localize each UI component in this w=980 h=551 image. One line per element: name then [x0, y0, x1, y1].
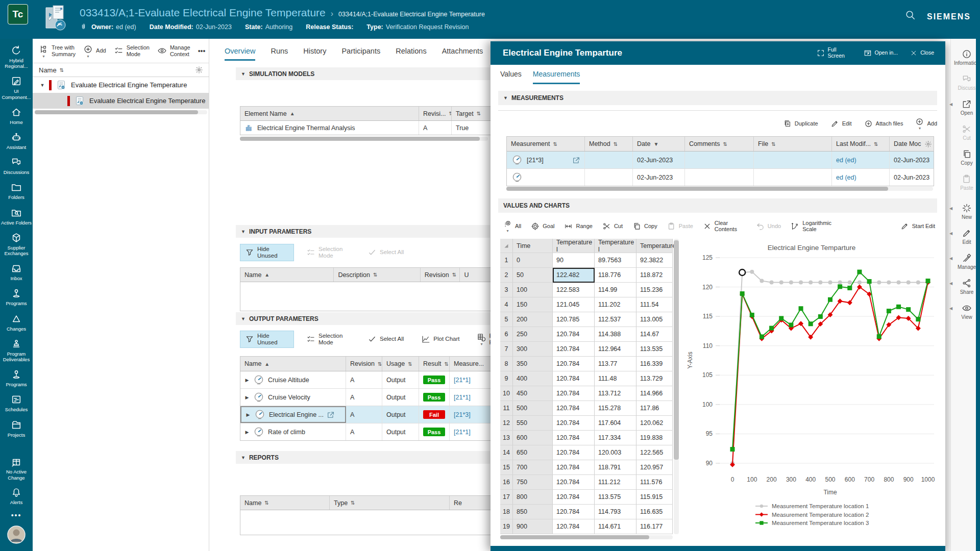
clear-contents-button[interactable]: Clear Contents: [703, 220, 746, 233]
grid-cell[interactable]: 250: [513, 327, 553, 342]
column-header-type[interactable]: Type⇅: [330, 496, 450, 510]
grid-cell[interactable]: 550: [513, 416, 553, 431]
grid-cell[interactable]: 114.966: [636, 386, 673, 401]
range-button[interactable]: Range: [564, 222, 592, 231]
column-header-name[interactable]: Name▲: [240, 268, 334, 282]
sort-icon[interactable]: ⇅: [477, 111, 481, 116]
grid-cell[interactable]: 114.793: [595, 505, 636, 519]
tree-row[interactable]: Evaluate Electrical Engine Temperature: [33, 93, 209, 109]
row-number[interactable]: 12: [500, 416, 513, 431]
sidebar-item-discussions[interactable]: Discussions: [1, 157, 32, 175]
section-collapse-icon[interactable]: ▼: [241, 229, 246, 234]
sim-table-horizontal-scrollbar[interactable]: [240, 137, 488, 141]
copy-button[interactable]: Copy: [632, 222, 657, 231]
column-header-file[interactable]: File⇅: [754, 137, 832, 151]
grid-cell[interactable]: 600: [513, 431, 553, 445]
grid-cell[interactable]: 122.565: [636, 445, 673, 460]
row-number[interactable]: 8: [500, 357, 513, 371]
grid-cell[interactable]: 100: [513, 283, 553, 297]
grid-cell[interactable]: 750: [513, 475, 553, 490]
gear-icon[interactable]: [924, 140, 932, 148]
expand-caret-icon[interactable]: ▶: [244, 378, 250, 383]
grid-cell[interactable]: 116.339: [636, 357, 673, 371]
grid-vertical-scrollbar[interactable]: [674, 239, 679, 534]
column-header-result[interactable]: Result⇅: [419, 357, 450, 371]
sort-icon[interactable]: ⇅: [444, 361, 448, 367]
grid-cell[interactable]: 120.957: [636, 460, 673, 475]
grid-column-temperature-l[interactable]: Temperature l: [553, 239, 595, 253]
grid-cell[interactable]: 350: [513, 357, 553, 371]
sidebar-item-programs[interactable]: Programs: [1, 288, 32, 306]
tree-overflow-button[interactable]: •••: [198, 47, 206, 55]
tab-values[interactable]: Values: [500, 70, 522, 84]
sort-icon[interactable]: ⇅: [351, 500, 355, 506]
sidebar-item-assistant[interactable]: Assistant: [1, 132, 32, 150]
user-link[interactable]: ed (ed): [836, 157, 856, 164]
row-number[interactable]: 14: [500, 445, 513, 460]
row-number[interactable]: 16: [500, 475, 513, 490]
hide-unused-button[interactable]: Hide Unused: [240, 244, 294, 261]
user-link[interactable]: ed (ed): [836, 174, 856, 181]
table-row-cruise-altitude[interactable]: ▶ Cruise Altitude A Output Pass [21*1]: [240, 371, 515, 389]
all-button[interactable]: ▾All: [503, 220, 521, 232]
grid-cell[interactable]: 650: [513, 445, 553, 460]
edit-button[interactable]: Edit: [830, 119, 852, 128]
meta-value[interactable]: ed (ed): [116, 23, 136, 31]
grid-cell[interactable]: 120.784: [553, 505, 595, 519]
grid-cell[interactable]: 120.003: [595, 445, 636, 460]
row-number[interactable]: 10: [500, 386, 513, 401]
open-in-icon[interactable]: [572, 156, 580, 164]
sidebar-item-active-folders[interactable]: Active Folders: [1, 207, 32, 226]
row-number[interactable]: 1: [500, 253, 513, 268]
grid-cell[interactable]: 118.776: [595, 268, 636, 283]
sort-icon[interactable]: ⇅: [378, 361, 382, 367]
grid-cell[interactable]: 114.99: [595, 283, 636, 297]
cut-button[interactable]: Cut: [602, 222, 623, 231]
grid-cell[interactable]: 111.48: [595, 371, 636, 386]
row-number[interactable]: 19: [500, 519, 513, 534]
grid-cell[interactable]: 89.7563: [595, 253, 636, 268]
grid-cell[interactable]: 300: [513, 342, 553, 357]
grid-cell[interactable]: 115.236: [636, 283, 673, 297]
grid-horizontal-scrollbar[interactable]: [500, 535, 673, 539]
selection-mode-button[interactable]: Selection Mode: [114, 44, 150, 57]
row-number[interactable]: 2: [500, 268, 513, 283]
tree-horizontal-scrollbar[interactable]: [35, 110, 207, 114]
sort-icon[interactable]: ⇅: [771, 141, 775, 147]
grid-cell[interactable]: 114.671: [595, 519, 636, 534]
measurement-link[interactable]: [21*1]: [454, 394, 471, 401]
sort-icon[interactable]: ⇅: [874, 141, 878, 147]
start-edit-button[interactable]: Start Edit: [900, 222, 937, 231]
sort-icon[interactable]: ⇅: [408, 361, 412, 367]
expand-caret-icon[interactable]: ▶: [244, 395, 250, 400]
row-number[interactable]: 3: [500, 283, 513, 297]
column-header-revisi[interactable]: Revisi...⇅: [419, 107, 452, 120]
input-parameters-section-header[interactable]: ▼ INPUT PARAMETERS: [236, 225, 490, 238]
measurement-row[interactable]: 02-Jun-2023 ed (ed) 02-Jun-2023: [507, 169, 934, 186]
expand-caret-icon[interactable]: ▶: [244, 430, 250, 435]
tab-overview[interactable]: Overview: [225, 47, 255, 61]
grid-cell[interactable]: 92.3822: [636, 253, 673, 268]
grid-cell[interactable]: 120.784: [553, 371, 595, 386]
grid-cell[interactable]: 114.388: [595, 327, 636, 342]
row-number[interactable]: 5: [500, 312, 513, 327]
sidebar-item-projects[interactable]: Projects: [1, 419, 32, 438]
grid-column-corner[interactable]: [500, 239, 513, 253]
section-collapse-icon[interactable]: ▼: [241, 71, 246, 77]
table-row-electrical-engine[interactable]: ▶ Electrical Engine ... A Output Fail [2…: [240, 406, 515, 423]
table-row-rate-of-climb[interactable]: ▶ Rate of climb A Output Pass [21*1]: [240, 423, 515, 440]
column-header-usage[interactable]: Usage⇅: [382, 357, 419, 371]
column-header-measurement[interactable]: Measurement⇅: [507, 137, 585, 151]
sidebar-item-program-deliverables[interactable]: Program Deliverables: [1, 338, 32, 362]
grid-cell[interactable]: 120.784: [553, 357, 595, 371]
sidebar-item-supplier-exchanges[interactable]: Supplier Exchanges: [1, 232, 32, 256]
grid-cell[interactable]: 119.838: [636, 431, 673, 445]
column-header-last-modif[interactable]: Last Modif...⇅: [832, 137, 890, 151]
row-number[interactable]: 6: [500, 327, 513, 342]
grid-cell[interactable]: 114.67: [636, 327, 673, 342]
goal-button[interactable]: Goal: [531, 222, 554, 231]
sort-icon[interactable]: ⇅: [60, 67, 64, 73]
select-all-button[interactable]: Select All: [362, 333, 409, 346]
grid-cell[interactable]: 117.334: [595, 431, 636, 445]
tab-relations[interactable]: Relations: [396, 47, 426, 61]
